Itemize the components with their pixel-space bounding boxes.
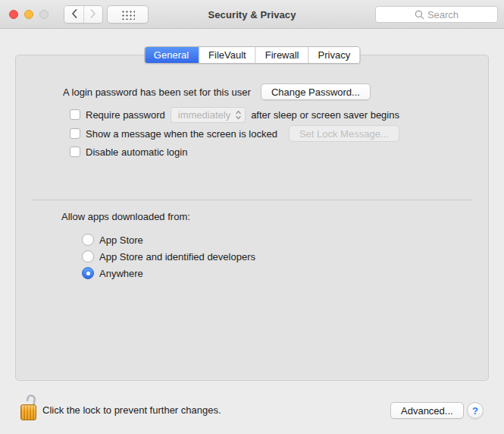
search-placeholder: Search (427, 9, 459, 20)
after-sleep-label: after sleep or screen saver begins (251, 109, 399, 121)
require-password-label: Require password (86, 109, 165, 121)
lock-button[interactable] (20, 394, 38, 421)
lock-hint-text: Click the lock to prevent further change… (42, 404, 221, 416)
titlebar: Security & Privacy Search (0, 0, 504, 29)
auto-login-row: Disable automatic login (70, 144, 187, 159)
tab-privacy[interactable]: Privacy (308, 47, 360, 63)
tab-firewall[interactable]: Firewall (255, 47, 308, 63)
show-message-checkbox[interactable] (70, 128, 80, 139)
security-privacy-window: Security & Privacy Search General FileVa… (0, 0, 504, 434)
password-status-row: A login password has been set for this u… (63, 83, 371, 101)
password-delay-value: immediately (178, 109, 230, 121)
content-panel: A login password has been set for this u… (15, 55, 489, 381)
open-padlock-body-icon (20, 404, 36, 420)
require-password-checkbox[interactable] (70, 109, 80, 120)
radio-identified-developers-label: App Store and identified developers (99, 251, 255, 263)
magnifier-icon (415, 10, 424, 20)
password-status-text: A login password has been set for this u… (63, 86, 251, 98)
tab-bar: General FileVault Firewall Privacy (144, 46, 360, 64)
tab-filevault[interactable]: FileVault (199, 47, 255, 63)
radio-anywhere-label: Anywhere (99, 268, 143, 279)
help-button[interactable]: ? (467, 402, 484, 419)
lock-message-row: Show a message when the screen is locked… (70, 125, 399, 142)
disable-auto-login-label: Disable automatic login (86, 146, 187, 158)
search-input[interactable]: Search (375, 6, 498, 23)
tab-general[interactable]: General (144, 46, 199, 64)
allow-apps-heading-row: Allow apps downloaded from: (61, 209, 190, 223)
set-lock-message-button[interactable]: Set Lock Message... (289, 125, 399, 142)
up-down-chevrons-icon (236, 110, 241, 120)
advanced-button[interactable]: Advanced... (390, 402, 464, 419)
allow-apps-heading: Allow apps downloaded from: (61, 211, 190, 222)
show-message-label: Show a message when the screen is locked (86, 128, 277, 140)
radio-row-anywhere: Anywhere (82, 266, 143, 280)
password-delay-dropdown[interactable]: immediately (171, 107, 246, 123)
radio-identified-developers[interactable] (82, 250, 94, 263)
radio-row-identified-developers: App Store and identified developers (82, 250, 255, 263)
question-mark-icon: ? (472, 405, 478, 417)
radio-app-store[interactable] (82, 234, 94, 246)
disable-auto-login-checkbox[interactable] (70, 146, 80, 157)
radio-row-app-store: App Store (82, 233, 143, 247)
require-password-row: Require password immediately after sleep… (70, 106, 399, 123)
radio-anywhere[interactable] (82, 267, 94, 279)
change-password-button[interactable]: Change Password... (261, 83, 371, 100)
radio-app-store-label: App Store (99, 234, 143, 246)
section-divider (31, 200, 473, 200)
